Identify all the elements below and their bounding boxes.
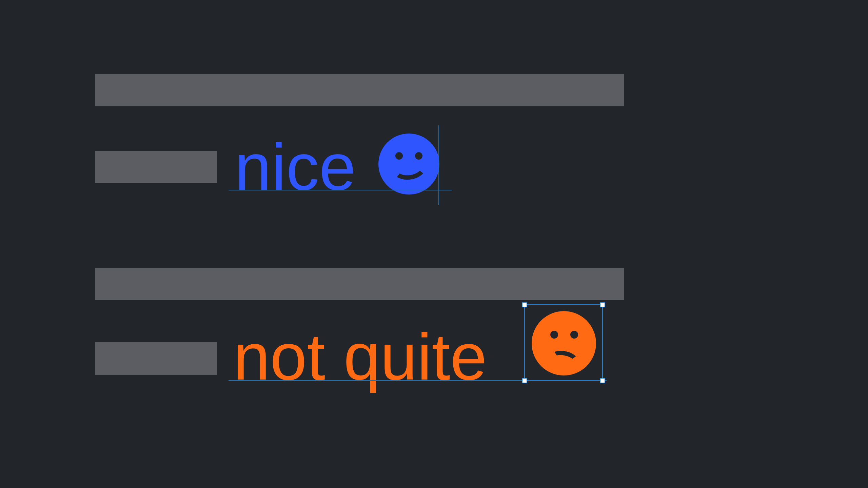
resize-handle-top-right[interactable] bbox=[600, 302, 605, 307]
design-canvas[interactable]: nice not quite bbox=[0, 0, 868, 488]
selection-bounding-box[interactable] bbox=[524, 304, 603, 381]
bad-example-label[interactable]: not quite bbox=[233, 324, 487, 390]
smiling-face-icon[interactable] bbox=[378, 134, 439, 195]
resize-handle-bottom-right[interactable] bbox=[600, 378, 605, 383]
placeholder-bar bbox=[95, 74, 624, 106]
resize-handle-top-left[interactable] bbox=[522, 302, 527, 307]
placeholder-bar bbox=[95, 151, 217, 183]
placeholder-bar bbox=[95, 268, 624, 300]
baseline-guide bbox=[229, 190, 452, 190]
text-cursor bbox=[438, 125, 439, 205]
placeholder-bar bbox=[95, 342, 217, 375]
resize-handle-bottom-left[interactable] bbox=[522, 378, 527, 383]
